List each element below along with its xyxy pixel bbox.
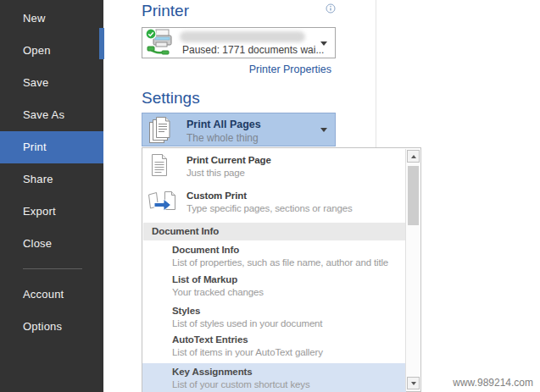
custom-print-icon — [147, 189, 177, 218]
option-subtitle: List of items in your AutoText gallery — [172, 347, 323, 357]
option-custom-print[interactable]: Custom Print Type specific pages, sectio… — [142, 188, 406, 222]
sidebar-item-share[interactable]: Share — [0, 163, 103, 196]
print-all-pages-icon — [148, 116, 174, 148]
dropdown-scrollbar[interactable] — [405, 149, 420, 390]
option-title: List of Markup — [172, 274, 237, 284]
option-title: Styles — [172, 306, 200, 316]
watermark: www.989214.com — [0, 377, 533, 389]
printer-properties-link[interactable]: Printer Properties — [142, 63, 331, 75]
option-title: Print Current Page — [186, 155, 271, 165]
printer-status: Paused: 1771 documents wai... — [182, 44, 324, 56]
word-backstage-print-view: New Open Save Save As Print Share Export… — [0, 0, 540, 392]
option-title: AutoText Entries — [172, 334, 248, 345]
sidebar-item-open[interactable]: Open — [0, 35, 103, 67]
selected-option-subtitle: The whole thing — [186, 132, 259, 144]
option-subtitle: Type specific pages, sections or ranges — [186, 203, 353, 213]
info-icon[interactable] — [326, 2, 336, 17]
backstage-sidebar: New Open Save Save As Print Share Export… — [0, 0, 103, 392]
option-title: Custom Print — [186, 190, 247, 201]
printer-icon — [145, 28, 177, 60]
sidebar-item-options[interactable]: Options — [0, 311, 103, 343]
print-range-dropdown: Print Current Page Just this page Custom… — [142, 147, 421, 392]
print-range-select[interactable]: Print All Pages The whole thing — [142, 113, 336, 146]
sidebar-item-close[interactable]: Close — [0, 228, 103, 260]
printer-heading: Printer — [142, 2, 189, 20]
option-styles[interactable]: Styles List of styles used in your docum… — [142, 304, 406, 332]
sidebar-scroll-notch — [99, 28, 104, 59]
chevron-down-icon — [320, 128, 327, 132]
sidebar-item-account[interactable]: Account — [0, 279, 103, 311]
option-title: Document Info — [172, 245, 239, 255]
sidebar-item-print[interactable]: Print — [0, 131, 103, 163]
option-subtitle: Your tracked changes — [172, 287, 264, 297]
print-current-page-icon — [149, 153, 170, 181]
dropdown-section-header: Document Info — [143, 223, 406, 240]
scrollbar-thumb[interactable] — [408, 166, 419, 225]
option-autotext-entries[interactable]: AutoText Entries List of items in your A… — [142, 333, 406, 361]
option-list-of-markup[interactable]: List of Markup Your tracked changes — [142, 273, 406, 301]
sidebar-item-export[interactable]: Export — [0, 196, 103, 228]
sidebar-item-save-as[interactable]: Save As — [0, 99, 103, 131]
option-subtitle: Just this page — [186, 168, 245, 178]
sidebar-divider — [23, 268, 82, 269]
chevron-down-icon — [320, 41, 327, 46]
option-document-info[interactable]: Document Info List of properties, such a… — [142, 243, 406, 271]
triangle-up-icon — [411, 155, 416, 158]
option-subtitle: List of styles used in your document — [172, 318, 322, 329]
sidebar-item-save[interactable]: Save — [0, 67, 103, 99]
selected-option-title: Print All Pages — [186, 119, 261, 130]
sidebar-item-new[interactable]: New — [0, 3, 103, 35]
option-title: Key Assignments — [172, 367, 253, 377]
printer-name-redacted — [180, 31, 305, 42]
option-print-current-page[interactable]: Print Current Page Just this page — [142, 152, 406, 186]
scroll-up-button[interactable] — [407, 150, 420, 163]
printer-select[interactable]: Paused: 1771 documents wai... — [142, 27, 336, 58]
option-subtitle: List of properties, such as file name, a… — [172, 257, 388, 268]
settings-heading: Settings — [142, 89, 200, 108]
